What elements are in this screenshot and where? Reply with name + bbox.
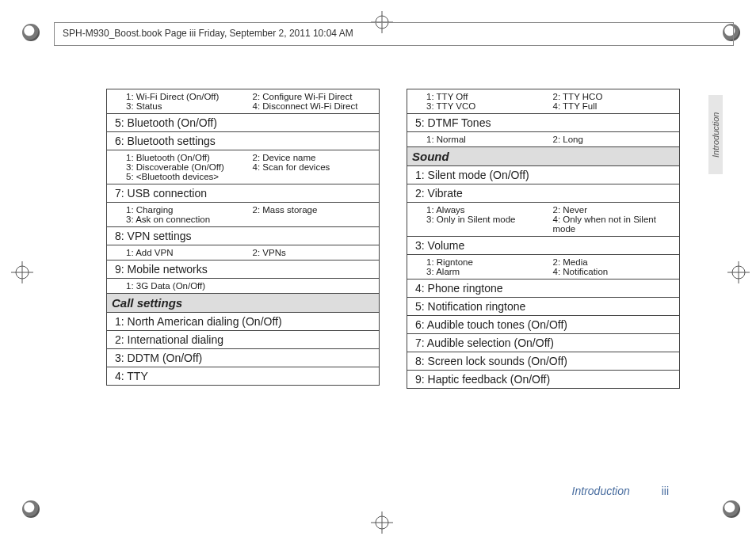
sub-item: 2: Mass storage [253,205,375,215]
sub-item: 1: Rigntone [426,257,548,267]
side-tab-label: Introduction [708,95,723,174]
menu-mobile-networks: 9: Mobile networks [106,260,380,279]
section-call-settings: Call settings [106,294,380,313]
menu-intl-dialing: 2: International dialing [106,331,380,349]
menu-phone-ringtone: 4: Phone ringtone [407,280,680,298]
sub-item: 2: Media [553,257,675,267]
page-footer: Introduction iii [572,485,669,497]
sub-item: 5: <Bluetooth devices> [126,172,248,181]
sub-item: 4: Notification [553,267,675,276]
crosshair-bottom [371,511,393,534]
menu-bluetooth: 5: Bluetooth (On/Off) [106,114,380,132]
sub-item: 2: VPNs [253,248,375,257]
menu-haptic-feedback: 9: Haptic feedback (On/Off) [407,371,680,389]
menu-vibrate: 2: Vibrate [407,184,680,203]
sub-item: 1: Always [426,205,548,215]
sub-item: 3: Discoverable (On/Off) [126,162,248,172]
menu-screen-lock-sounds: 8: Screen lock sounds (On/Off) [407,352,680,371]
right-column: 1: TTY Off 2: TTY HCO 3: TTY VCO 4: TTY … [407,89,680,389]
mobile-sublist: 1: 3G Data (On/Off) [106,279,380,294]
sub-item: 4: Scan for devices [253,162,375,172]
volume-sublist: 1: Rigntone 2: Media 3: Alarm 4: Notific… [407,255,680,280]
sub-item: 1: Normal [426,135,548,144]
crop-ornament-top-left [22,24,40,41]
sub-item: 4: Only when not in Silent mode [553,215,675,234]
sub-item: 3: Ask on connection [126,215,248,224]
crop-ornament-bottom-right [723,500,740,518]
wifi-direct-sublist: 1: Wi-Fi Direct (On/Off) 2: Configure Wi… [106,89,380,114]
sub-item: 3: TTY VCO [426,101,548,111]
footer-section-label: Introduction [572,485,630,497]
menu-bluetooth-settings: 6: Bluetooth settings [106,132,380,150]
page-header-bar: SPH-M930_Boost.book Page iii Friday, Sep… [54,22,734,46]
menu-volume: 3: Volume [407,237,680,255]
crosshair-left [11,261,33,283]
section-sound: Sound [407,147,680,166]
menu-audible-selection: 7: Audible selection (On/Off) [407,334,680,352]
vibrate-sublist: 1: Always 2: Never 3: Only in Silent mod… [407,203,680,237]
sub-item: 4: Disconnect Wi-Fi Direct [253,101,375,111]
sub-item: 1: 3G Data (On/Off) [126,281,205,291]
tty-sublist: 1: TTY Off 2: TTY HCO 3: TTY VCO 4: TTY … [407,89,680,114]
content-columns: 1: Wi-Fi Direct (On/Off) 2: Configure Wi… [106,89,685,389]
sub-item: 2: Long [553,135,675,144]
sub-item: 2: TTY HCO [553,92,675,101]
page-header-text: SPH-M930_Boost.book Page iii Friday, Sep… [55,23,733,44]
vpn-sublist: 1: Add VPN 2: VPNs [106,245,380,260]
sub-item: 2: Never [553,205,675,215]
usb-sublist: 1: Charging 2: Mass storage 3: Ask on co… [106,203,380,227]
menu-usb-connection: 7: USB connection [106,184,380,203]
crosshair-right [727,261,750,283]
sub-item: 4: TTY Full [553,101,675,111]
sub-item: 2: Device name [253,153,375,162]
sub-item: 1: TTY Off [426,92,548,101]
sub-item: 1: Bluetooth (On/Off) [126,153,248,162]
sub-item: 3: Alarm [426,267,548,276]
menu-ddtm: 3: DDTM (On/Off) [106,349,380,367]
menu-notification-ringtone: 5: Notification ringtone [407,298,680,316]
left-column: 1: Wi-Fi Direct (On/Off) 2: Configure Wi… [106,89,380,389]
crop-ornament-bottom-left [22,500,40,518]
sub-item: 3: Only in Silent mode [426,215,548,234]
menu-tty: 4: TTY [106,367,380,386]
dtmf-sublist: 1: Normal 2: Long [407,132,680,147]
sub-item: 2: Configure Wi-Fi Direct [253,92,375,101]
menu-dtmf-tones: 5: DTMF Tones [407,114,680,132]
menu-silent-mode: 1: Silent mode (On/Off) [407,166,680,184]
footer-page-number: iii [662,485,669,497]
sub-item: 1: Wi-Fi Direct (On/Off) [126,92,248,101]
menu-na-dialing: 1: North American dialing (On/Off) [106,313,380,331]
menu-audible-touch-tones: 6: Audible touch tones (On/Off) [407,316,680,334]
bluetooth-sublist: 1: Bluetooth (On/Off) 2: Device name 3: … [106,150,380,184]
sub-item: 3: Status [126,101,248,111]
sub-item: 1: Add VPN [126,248,248,257]
sub-item: 1: Charging [126,205,248,215]
menu-vpn-settings: 8: VPN settings [106,227,380,245]
